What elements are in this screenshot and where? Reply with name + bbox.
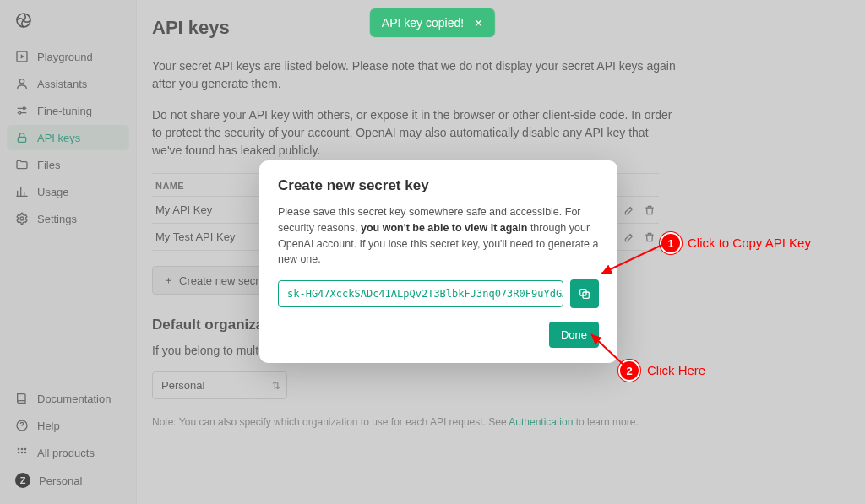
close-icon[interactable]: ✕ <box>474 17 483 30</box>
annotation-label-2: Click Here <box>647 363 705 377</box>
done-button[interactable]: Done <box>549 322 599 348</box>
secret-key-field[interactable]: sk-HG47XcckSADc41ALpQv2T3BlbkFJ3nq073R0F… <box>278 280 563 307</box>
copied-toast: API key copied! ✕ <box>370 8 495 37</box>
create-key-modal: Create new secret key Please save this s… <box>259 160 617 363</box>
toast-text: API key copied! <box>382 16 464 30</box>
copy-icon <box>578 287 591 301</box>
copy-key-button[interactable] <box>570 279 599 308</box>
modal-body: Please save this secret key somewhere sa… <box>278 204 599 268</box>
annotation-badge-2: 2 <box>618 360 640 382</box>
annotation-label-1: Click to Copy API Key <box>688 236 811 250</box>
annotation-badge-1: 1 <box>660 232 682 254</box>
modal-title: Create new secret key <box>278 177 599 194</box>
